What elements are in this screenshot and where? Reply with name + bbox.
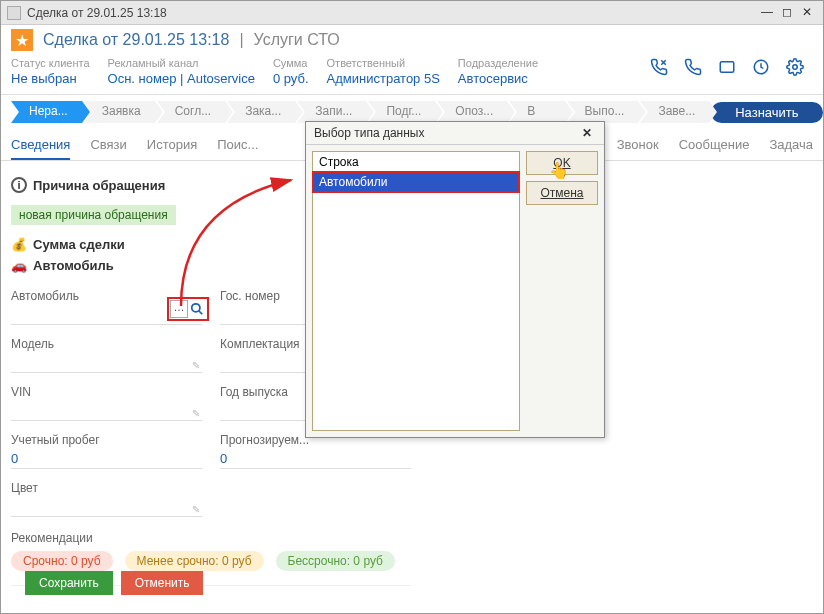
mileage-input[interactable] xyxy=(11,449,202,469)
tab-task[interactable]: Задача xyxy=(769,137,813,160)
star-icon: ★ xyxy=(11,29,33,51)
responsible-value[interactable]: Администратор 5S xyxy=(327,71,440,86)
list-item-string[interactable]: Строка xyxy=(313,152,519,172)
type-listbox[interactable]: Строка Автомобили xyxy=(312,151,520,431)
rec-no-deadline[interactable]: Бессрочно: 0 руб xyxy=(276,551,395,571)
department-label: Подразделение xyxy=(458,57,538,69)
call-out-icon[interactable] xyxy=(649,57,669,77)
assign-button[interactable]: Назначить xyxy=(711,102,822,123)
deal-subtitle: Услуги СТО xyxy=(254,31,340,49)
field-label-mileage: Учетный пробег xyxy=(11,433,202,447)
call-in-icon[interactable] xyxy=(683,57,703,77)
svg-rect-0 xyxy=(720,62,734,73)
stage-item[interactable]: Нера... xyxy=(11,101,82,123)
dialog-title: Выбор типа данных xyxy=(314,126,424,140)
stage-item[interactable]: Заве... xyxy=(640,101,709,123)
sum-label: Сумма xyxy=(273,57,309,69)
titlebar: Сделка от 29.01.25 13:18 — ◻ ✕ xyxy=(1,1,823,25)
ok-button[interactable]: OK xyxy=(526,151,598,175)
deal-title: Сделка от 29.01.25 13:18 xyxy=(43,31,229,49)
field-label-model: Модель xyxy=(11,337,202,351)
field-label-vin: VIN xyxy=(11,385,202,399)
type-selection-dialog: Выбор типа данных ✕ Строка Автомобили OK… xyxy=(305,121,605,438)
pencil-icon: ✎ xyxy=(192,408,200,419)
model-input[interactable] xyxy=(11,353,202,373)
gear-icon[interactable] xyxy=(785,57,805,77)
reason-title: Причина обращения xyxy=(33,178,165,193)
reason-chip[interactable]: новая причина обращения xyxy=(11,205,176,225)
info-icon: i xyxy=(11,177,27,193)
tab-details[interactable]: Сведения xyxy=(11,137,70,160)
minimize-button[interactable]: — xyxy=(757,5,777,21)
prognosis-input[interactable] xyxy=(220,449,411,469)
stage-item[interactable]: В ра... xyxy=(509,101,564,123)
svg-line-4 xyxy=(199,311,203,315)
stage-item[interactable]: Зака... xyxy=(227,101,295,123)
department-value[interactable]: Автосервис xyxy=(458,71,538,86)
stage-item[interactable]: Подг... xyxy=(368,101,435,123)
sum-section-title: Сумма сделки xyxy=(33,237,125,252)
stage-item[interactable]: Заявка xyxy=(84,101,155,123)
status-label: Статус клиента xyxy=(11,57,90,69)
field-label-color: Цвет xyxy=(11,481,202,495)
clock-icon[interactable] xyxy=(751,57,771,77)
rec-less-urgent[interactable]: Менее срочно: 0 руб xyxy=(125,551,264,571)
car-section-title: Автомобиль xyxy=(33,258,114,273)
stage-item[interactable]: Запи... xyxy=(297,101,366,123)
message-icon[interactable] xyxy=(717,57,737,77)
search-icon[interactable] xyxy=(188,300,206,318)
tab-links[interactable]: Связи xyxy=(90,137,126,160)
channel-value[interactable]: Осн. номер | Autoservice xyxy=(108,71,255,86)
tab-call[interactable]: Звонок xyxy=(617,137,659,160)
maximize-button[interactable]: ◻ xyxy=(777,5,797,21)
app-icon xyxy=(7,6,21,20)
window-title: Сделка от 29.01.25 13:18 xyxy=(27,6,167,20)
svg-point-2 xyxy=(793,65,798,70)
tab-message[interactable]: Сообщение xyxy=(679,137,750,160)
color-input[interactable] xyxy=(11,497,202,517)
info-bar: Статус клиента Не выбран Рекламный канал… xyxy=(1,55,823,95)
header: ★ Сделка от 29.01.25 13:18 | Услуги СТО xyxy=(1,25,823,55)
recommendations-label: Рекомендации xyxy=(11,531,411,545)
money-icon: 💰 xyxy=(11,237,27,252)
stage-item[interactable]: Согл... xyxy=(157,101,225,123)
channel-label: Рекламный канал xyxy=(108,57,255,69)
vin-input[interactable] xyxy=(11,401,202,421)
browse-controls: … xyxy=(167,297,209,321)
sum-value[interactable]: 0 руб. xyxy=(273,71,309,86)
svg-point-3 xyxy=(192,304,200,312)
list-item-cars[interactable]: Автомобили xyxy=(313,172,519,192)
dialog-close-button[interactable]: ✕ xyxy=(578,126,596,140)
pencil-icon: ✎ xyxy=(192,360,200,371)
pencil-icon: ✎ xyxy=(192,504,200,515)
rec-urgent[interactable]: Срочно: 0 руб xyxy=(11,551,113,571)
responsible-label: Ответственный xyxy=(327,57,440,69)
separator: | xyxy=(239,31,243,49)
stage-item[interactable]: Выпо... xyxy=(567,101,639,123)
tab-history[interactable]: История xyxy=(147,137,197,160)
status-value[interactable]: Не выбран xyxy=(11,71,90,86)
cancel-button[interactable]: Отмена xyxy=(526,181,598,205)
browse-button[interactable]: … xyxy=(170,300,188,318)
close-button[interactable]: ✕ xyxy=(797,5,817,21)
tab-search[interactable]: Поис... xyxy=(217,137,258,160)
cancel-button[interactable]: Отменить xyxy=(121,571,204,595)
car-icon: 🚗 xyxy=(11,258,27,273)
save-button[interactable]: Сохранить xyxy=(25,571,113,595)
stage-item[interactable]: Опоз... xyxy=(437,101,507,123)
